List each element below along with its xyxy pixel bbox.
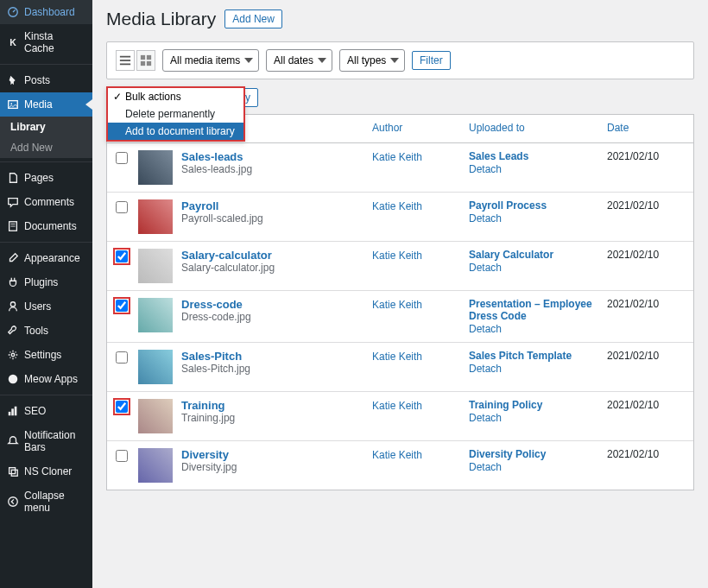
uploaded-to-link[interactable]: Sales Pitch Template bbox=[469, 350, 607, 362]
sidebar-sub-library[interactable]: Library bbox=[0, 117, 92, 137]
file-title-link[interactable]: Training bbox=[181, 399, 235, 412]
bulk-option-delete[interactable]: Delete permanently bbox=[108, 105, 243, 123]
uploaded-to-link[interactable]: Sales Leads bbox=[469, 150, 607, 162]
bulk-option-add-library[interactable]: Add to document library bbox=[108, 123, 243, 140]
comment-icon bbox=[7, 196, 19, 208]
bulk-option-default[interactable]: Bulk actions bbox=[108, 88, 243, 105]
bulk-actions-dropdown[interactable]: Bulk actions Delete permanently Add to d… bbox=[106, 86, 245, 142]
table-row: Sales-leadsSales-leads.jpgKatie KeithSal… bbox=[107, 143, 693, 193]
media-items-filter[interactable]: All media items bbox=[162, 49, 259, 72]
detach-link[interactable]: Detach bbox=[469, 163, 502, 175]
sidebar-item-documents[interactable]: Documents bbox=[0, 214, 92, 238]
svg-rect-12 bbox=[11, 408, 14, 415]
row-checkbox[interactable] bbox=[116, 152, 128, 164]
row-checkbox[interactable] bbox=[116, 401, 128, 413]
add-new-button[interactable]: Add New bbox=[224, 9, 282, 28]
sidebar-item-ns-cloner[interactable]: NS Cloner bbox=[0, 459, 92, 484]
col-uploaded[interactable]: Uploaded to bbox=[469, 122, 607, 134]
file-title-link[interactable]: Diversity bbox=[181, 448, 237, 461]
detach-link[interactable]: Detach bbox=[469, 212, 502, 224]
detach-link[interactable]: Detach bbox=[469, 412, 502, 424]
sidebar-label: Meow Apps bbox=[24, 373, 78, 385]
detach-link[interactable]: Detach bbox=[469, 461, 502, 473]
sidebar-label: SEO bbox=[24, 405, 46, 417]
svg-rect-21 bbox=[147, 55, 151, 60]
sidebar-label: Users bbox=[24, 300, 51, 313]
admin-sidebar: DashboardKKinsta CachePostsMediaLibraryA… bbox=[0, 0, 92, 588]
author-link[interactable]: Katie Keith bbox=[372, 250, 422, 262]
uploaded-to-link[interactable]: Training Policy bbox=[469, 399, 607, 411]
grid-icon bbox=[140, 54, 152, 66]
sidebar-item-dashboard[interactable]: Dashboard bbox=[0, 0, 92, 24]
filter-button[interactable]: Filter bbox=[412, 51, 451, 70]
dates-filter[interactable]: All dates bbox=[266, 49, 332, 72]
author-link[interactable]: Katie Keith bbox=[372, 449, 422, 461]
sidebar-label: Appearance bbox=[24, 252, 80, 264]
author-link[interactable]: Katie Keith bbox=[372, 200, 422, 212]
detach-link[interactable]: Detach bbox=[469, 323, 502, 335]
sidebar-item-comments[interactable]: Comments bbox=[0, 190, 92, 214]
types-filter[interactable]: All types bbox=[339, 49, 405, 72]
sidebar-item-collapse-menu[interactable]: Collapse menu bbox=[0, 484, 92, 520]
thumbnail[interactable] bbox=[138, 199, 173, 234]
plug-icon bbox=[7, 276, 19, 288]
file-name: Sales-leads.jpg bbox=[181, 163, 252, 175]
row-checkbox[interactable] bbox=[116, 201, 128, 213]
date-cell: 2021/02/10 bbox=[607, 350, 685, 362]
sidebar-item-pages[interactable]: Pages bbox=[0, 166, 92, 190]
table-row: DiversityDiversity.jpgKatie KeithDiversi… bbox=[107, 441, 693, 490]
sidebar-item-plugins[interactable]: Plugins bbox=[0, 270, 92, 294]
sidebar-item-kinsta-cache[interactable]: KKinsta Cache bbox=[0, 24, 92, 60]
list-view-button[interactable] bbox=[116, 50, 135, 71]
file-title-link[interactable]: Payroll bbox=[181, 199, 263, 212]
gauge-icon bbox=[7, 6, 19, 18]
sidebar-label: Posts bbox=[24, 74, 50, 86]
detach-link[interactable]: Detach bbox=[469, 262, 502, 274]
sidebar-item-media[interactable]: Media bbox=[0, 92, 92, 117]
author-link[interactable]: Katie Keith bbox=[372, 299, 422, 311]
uploaded-to-link[interactable]: Salary Calculator bbox=[469, 249, 607, 261]
author-link[interactable]: Katie Keith bbox=[372, 400, 422, 412]
uploaded-to-link[interactable]: Diversity Policy bbox=[469, 448, 607, 460]
sidebar-label: Collapse menu bbox=[24, 490, 85, 514]
detach-link[interactable]: Detach bbox=[469, 363, 502, 375]
thumbnail[interactable] bbox=[138, 399, 173, 433]
row-checkbox[interactable] bbox=[116, 450, 128, 462]
svg-text:K: K bbox=[9, 37, 16, 47]
sidebar-item-users[interactable]: Users bbox=[0, 294, 92, 319]
grid-view-button[interactable] bbox=[136, 50, 155, 71]
thumbnail[interactable] bbox=[138, 150, 173, 185]
author-link[interactable]: Katie Keith bbox=[372, 151, 422, 163]
page-title: Media Library bbox=[106, 9, 216, 29]
k-icon: K bbox=[7, 36, 19, 48]
sidebar-sub-add-new[interactable]: Add New bbox=[0, 137, 92, 158]
thumbnail[interactable] bbox=[138, 448, 173, 483]
file-title-link[interactable]: Dress-code bbox=[181, 298, 251, 311]
file-title-link[interactable]: Salary-calculator bbox=[181, 249, 275, 262]
uploaded-to-link[interactable]: Presentation – Employee Dress Code bbox=[469, 298, 607, 322]
file-title-link[interactable]: Sales-leads bbox=[181, 150, 252, 163]
thumbnail[interactable] bbox=[138, 249, 173, 283]
svg-point-8 bbox=[10, 302, 15, 307]
sidebar-item-settings[interactable]: Settings bbox=[0, 343, 92, 367]
sidebar-item-meow-apps[interactable]: Meow Apps bbox=[0, 367, 92, 391]
sidebar-item-tools[interactable]: Tools bbox=[0, 319, 92, 343]
sidebar-item-seo[interactable]: SEO bbox=[0, 399, 92, 423]
table-row: TrainingTraining.jpgKatie KeithTraining … bbox=[107, 392, 693, 441]
author-link[interactable]: Katie Keith bbox=[372, 351, 422, 363]
uploaded-to-link[interactable]: Payroll Process bbox=[469, 199, 607, 212]
file-title-link[interactable]: Sales-Pitch bbox=[181, 350, 250, 363]
row-checkbox[interactable] bbox=[116, 300, 128, 312]
col-date[interactable]: Date bbox=[607, 122, 685, 134]
sidebar-item-notification-bars[interactable]: Notification Bars bbox=[0, 423, 92, 459]
sidebar-item-posts[interactable]: Posts bbox=[0, 68, 92, 92]
media-icon bbox=[7, 98, 19, 111]
row-checkbox[interactable] bbox=[116, 250, 128, 262]
sidebar-label: Settings bbox=[24, 349, 61, 361]
col-author[interactable]: Author bbox=[372, 122, 469, 134]
row-checkbox[interactable] bbox=[116, 351, 128, 364]
thumbnail[interactable] bbox=[138, 298, 173, 332]
thumbnail[interactable] bbox=[138, 350, 173, 384]
sidebar-item-appearance[interactable]: Appearance bbox=[0, 246, 92, 270]
chart-icon bbox=[7, 405, 19, 417]
